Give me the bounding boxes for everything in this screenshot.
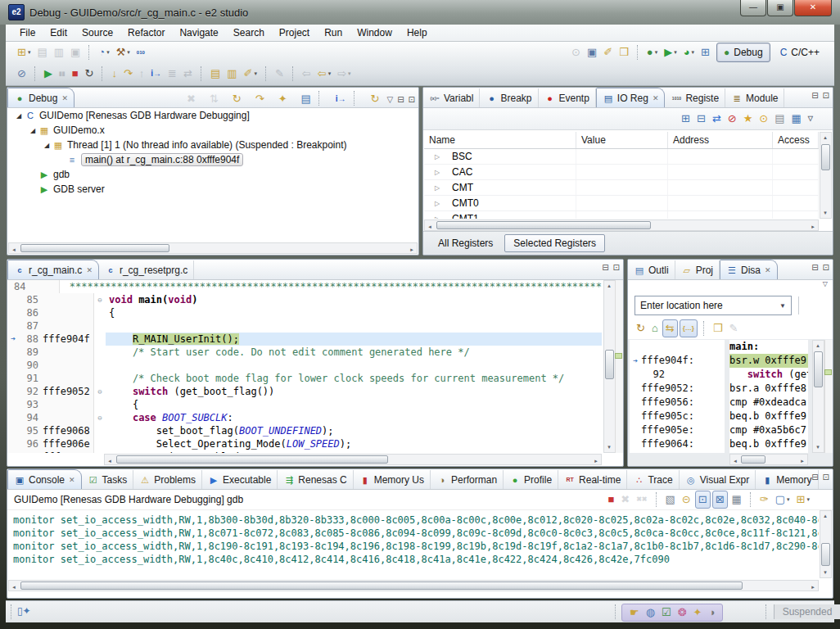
skip-breakpoints-icon[interactable]: ⊘ xyxy=(15,66,29,82)
minimize-view-icon[interactable]: ⊟ xyxy=(397,95,404,104)
debug-tree-item-main-at-r-cg-main[interactable]: ≡main() at r_cg_main.c:88 0xfffe904f xyxy=(7,152,418,167)
external-tools-icon[interactable]: ◕▾ xyxy=(681,44,697,61)
maximize-view-icon[interactable]: ⊡ xyxy=(823,263,829,272)
column-address[interactable]: Address xyxy=(668,132,773,148)
debug-tree-item-gdb[interactable]: ▶gdb xyxy=(7,167,418,182)
tab-io-reg[interactable]: ▤IO Reg✕ xyxy=(596,88,666,107)
disassembly-instruction-column[interactable]: main:bsr.w 0xfffe9 switch (getbsr.a 0xff… xyxy=(729,340,808,453)
flashlight-icon[interactable]: ✐▾ xyxy=(241,66,259,82)
code-line-85[interactable]: 85⊖void main(void) xyxy=(7,293,602,306)
console-v-scrollbar[interactable]: ▴ ▾ xyxy=(820,510,832,578)
instruction-stepping-icon[interactable]: i→ xyxy=(329,91,349,107)
twisty-icon[interactable]: ▷ xyxy=(432,153,442,161)
disasm-instruction-row[interactable]: beq.b 0xfffe9 xyxy=(729,410,808,423)
menu-window[interactable]: Window xyxy=(350,25,400,40)
sync-pc-icon[interactable]: ⇆ xyxy=(662,319,678,337)
spheres-tool-icon[interactable]: ❂ xyxy=(675,604,689,621)
maximize-view-icon[interactable]: ⊡ xyxy=(823,91,829,100)
io-register-row-cmt0[interactable]: ▷CMT0 xyxy=(424,196,819,211)
fold-collapse-icon[interactable]: ⊖ xyxy=(93,411,106,424)
fold-collapse-icon[interactable]: ⊖ xyxy=(93,385,106,398)
maximize-button[interactable]: ▣ xyxy=(767,0,793,16)
resume-icon[interactable]: ▶ xyxy=(42,66,55,82)
new-class-icon[interactable]: ▣ xyxy=(585,44,599,61)
close-icon[interactable]: ✕ xyxy=(86,266,93,274)
code-line-91[interactable]: 91 /* Check boot mode flag for lower clo… xyxy=(7,372,602,385)
column-name[interactable]: Name xyxy=(424,132,576,148)
copy-stack-icon[interactable]: ▤ xyxy=(295,91,314,107)
debug-launch-icon[interactable]: ●▾ xyxy=(644,44,660,61)
io-v-scrollbar[interactable]: ▴ ▾ xyxy=(820,132,832,219)
disasm-instruction-row[interactable]: cmp #0xdeadca xyxy=(729,396,808,410)
disassembly-h-scrollbar[interactable]: ◂ ▸ xyxy=(729,454,808,465)
title-bar[interactable]: e2 Debug - GUIDemo/src/r_cg_main.c - e2 … xyxy=(0,0,840,25)
code-line-87[interactable]: 87 xyxy=(7,319,602,333)
console-output[interactable]: monitor set_io_access_width,RW,1,8b300-8… xyxy=(8,510,819,578)
tab-trace[interactable]: ∴Trace xyxy=(627,470,679,489)
compass-tool-icon[interactable]: ✦ xyxy=(691,604,705,621)
favorites-icon[interactable]: ★ xyxy=(741,111,756,127)
column-access[interactable]: Access xyxy=(773,132,819,148)
menu-run[interactable]: Run xyxy=(317,25,350,40)
maximize-view-icon[interactable]: ⊡ xyxy=(613,263,620,272)
terminate-icon[interactable]: ■ xyxy=(70,66,81,82)
io-h-scrollbar[interactable]: ◂ ▸ xyxy=(424,219,819,231)
step-over-icon[interactable]: ↷ xyxy=(121,66,135,82)
step-into-icon[interactable]: ↓ xyxy=(109,66,120,82)
tab-outli[interactable]: ▤Outli xyxy=(628,260,675,279)
view-menu-icon[interactable]: ▽ xyxy=(823,280,828,292)
code-line-93[interactable]: 93 { xyxy=(7,398,602,411)
menu-help[interactable]: Help xyxy=(400,25,435,40)
io-register-row-cmt1[interactable]: ▷CMT1 xyxy=(424,211,819,219)
reset-icon[interactable]: ⊘ xyxy=(725,111,739,127)
tab-real-time[interactable]: RTReal-time xyxy=(558,470,627,489)
display-console-icon[interactable]: ▢▾ xyxy=(773,491,793,508)
location-combo[interactable]: Enter location here ▼ xyxy=(635,296,792,315)
home-icon[interactable]: ⌂ xyxy=(649,320,661,337)
connect-icon[interactable]: ↻ xyxy=(226,91,244,107)
menu-file[interactable]: File xyxy=(12,25,43,40)
pearl-tool-icon[interactable]: ◍ xyxy=(644,604,657,621)
debug-tree-item-gdb-server[interactable]: ▶GDB server xyxy=(7,182,418,197)
disasm-instruction-row[interactable]: main: xyxy=(729,340,808,354)
refresh-view-icon[interactable]: ↻ xyxy=(634,320,648,337)
hand-tool-icon[interactable]: ☛ xyxy=(627,604,642,621)
open-element-icon[interactable]: ✐ xyxy=(601,44,615,61)
disasm-instruction-row[interactable]: beq.b 0xfffe9 xyxy=(729,437,808,451)
disasm-instruction-row[interactable]: beq.b 0xfff xyxy=(729,451,808,453)
code-line-90[interactable]: 90 xyxy=(7,359,602,372)
menu-search[interactable]: Search xyxy=(226,25,272,40)
close-icon[interactable]: ✕ xyxy=(69,476,75,484)
editor-h-scrollbar[interactable]: ◂ ▸ xyxy=(104,454,602,465)
expand-all-icon[interactable]: ⊞ xyxy=(679,111,693,127)
perspective-c-c[interactable]: CC/C++ xyxy=(774,43,826,61)
code-line-97[interactable]: 97fffe9074 g_jtag_enabled = 0; xyxy=(7,450,602,453)
scroll-lock-icon[interactable]: ⊝ xyxy=(680,491,693,508)
debug-gauge-icon[interactable]: ◔▾ xyxy=(96,44,111,61)
code-line-96[interactable]: 96fffe906e Select_Operating_Mode(LOW_SPE… xyxy=(7,437,602,450)
code-line-89[interactable]: 89 /* Start user code. Do not edit comme… xyxy=(7,346,602,359)
minimize-view-icon[interactable]: ⊟ xyxy=(602,263,608,272)
minimize-view-icon[interactable]: ⊟ xyxy=(811,263,818,272)
tab-performan[interactable]: ◑Performan xyxy=(431,470,504,489)
new-window-icon[interactable]: ❒ xyxy=(616,44,631,61)
resume-without-signal-icon[interactable]: ↷ xyxy=(249,91,267,107)
minimize-button[interactable]: — xyxy=(740,0,766,16)
maximize-view-icon[interactable]: ⊡ xyxy=(409,95,415,104)
minimize-view-icon[interactable]: ⊟ xyxy=(811,473,818,482)
io-register-row-cac[interactable]: ▷CAC xyxy=(424,165,819,180)
code-line-94[interactable]: 94⊖ case BOOT_SUBCLK: xyxy=(7,411,602,424)
run-launch-icon[interactable]: ▶▾ xyxy=(662,44,680,61)
twisty-icon[interactable]: ▷ xyxy=(432,184,442,192)
editor-v-scrollbar[interactable]: ▴ ▾ xyxy=(603,280,616,453)
editor-overview-ruler[interactable] xyxy=(615,280,623,453)
clear-console-icon[interactable]: ▧ xyxy=(663,491,678,508)
tab-executable[interactable]: ▶Executable xyxy=(202,470,278,489)
code-editor[interactable]: 84**************************************… xyxy=(7,280,602,453)
tab-debug[interactable]: ● Debug ✕ xyxy=(7,88,75,107)
code-line-92[interactable]: 92fffe9052⊖ switch (get_boot_flag()) xyxy=(7,385,602,398)
minimize-view-icon[interactable]: ⊟ xyxy=(811,91,818,100)
tab-all-registers[interactable]: All Registers xyxy=(430,235,501,251)
close-project-icon[interactable]: ▥ xyxy=(224,66,239,82)
tab-renesas-c[interactable]: ⇶Renesas C xyxy=(278,470,353,489)
